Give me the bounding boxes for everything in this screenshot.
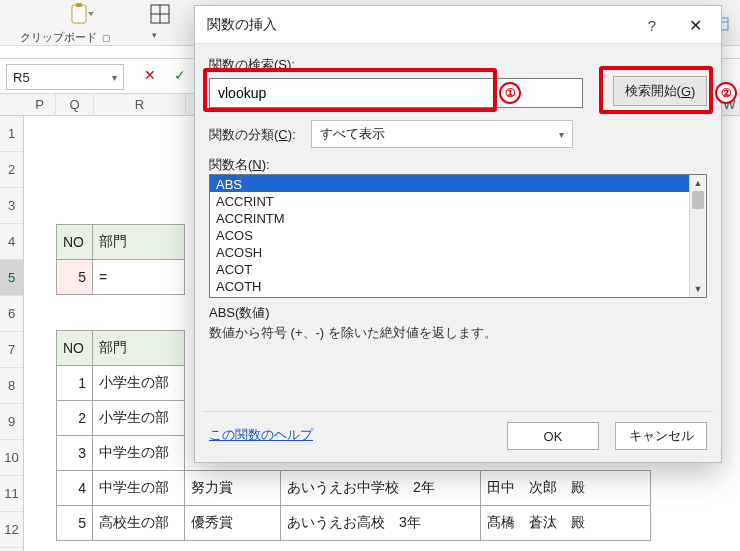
- category-value: すべて表示: [320, 125, 385, 143]
- clipboard-launcher-icon[interactable]: ▢: [102, 33, 111, 43]
- accept-formula-icon[interactable]: ✓: [170, 65, 190, 85]
- list-item[interactable]: ABS: [210, 175, 706, 192]
- table-header[interactable]: 部門: [93, 331, 185, 366]
- scroll-thumb[interactable]: [692, 191, 704, 209]
- row-header[interactable]: 11: [0, 476, 23, 512]
- svg-rect-0: [72, 5, 86, 23]
- cell-formula-active[interactable]: =: [93, 260, 185, 295]
- col-header-R[interactable]: R: [94, 94, 186, 116]
- annotation-marker-1: ①: [499, 82, 521, 104]
- paste-icon[interactable]: [70, 2, 96, 26]
- table-header[interactable]: 部門: [93, 225, 185, 260]
- row-headers[interactable]: 1 2 3 4 5 6 7 8 9 10 11 12: [0, 116, 24, 551]
- search-label: 関数の検索(S):: [209, 56, 295, 74]
- clipboard-group-label: クリップボード ▢: [20, 30, 111, 45]
- col-header-Q[interactable]: Q: [56, 94, 94, 116]
- ok-button[interactable]: OK: [507, 422, 599, 450]
- table-header[interactable]: NO: [57, 225, 93, 260]
- scroll-up-icon[interactable]: ▲: [690, 175, 706, 191]
- row-header[interactable]: 6: [0, 296, 23, 332]
- row-header[interactable]: 1: [0, 116, 23, 152]
- function-help-link[interactable]: この関数のヘルプ: [209, 426, 313, 444]
- cell-no[interactable]: 5: [57, 260, 93, 295]
- function-list-label: 関数名(N):: [209, 156, 270, 174]
- row-header[interactable]: 3: [0, 188, 23, 224]
- cancel-button[interactable]: キャンセル: [615, 422, 707, 450]
- chevron-down-icon: ▾: [152, 30, 157, 40]
- function-listbox[interactable]: ABS ACCRINT ACCRINTM ACOS ACOSH ACOT ACO…: [209, 174, 707, 298]
- col-header-P[interactable]: P: [24, 94, 56, 116]
- list-item[interactable]: ACCRINTM: [210, 209, 706, 226]
- name-box[interactable]: R5 ▾: [6, 64, 124, 90]
- function-signature: ABS(数値): [209, 304, 270, 322]
- scrollbar[interactable]: ▲ ▼: [689, 175, 706, 297]
- list-item[interactable]: ACOT: [210, 260, 706, 277]
- table-row: 4 中学生の部 努力賞 あいうえお中学校 2年 田中 次郎 殿: [57, 471, 651, 506]
- function-description: 数値から符号 (+、-) を除いた絶対値を返します。: [209, 324, 707, 342]
- cancel-formula-icon[interactable]: ✕: [140, 65, 160, 85]
- borders-button[interactable]: ▾: [150, 4, 174, 42]
- table-row: 5 高校生の部 優秀賞 あいうえお高校 3年 髙橋 蒼汰 殿: [57, 506, 651, 541]
- search-go-button[interactable]: 検索開始(G): [613, 76, 707, 106]
- list-item[interactable]: ACCRINT: [210, 192, 706, 209]
- row-header[interactable]: 7: [0, 332, 23, 368]
- upper-table: NO 部門 5 =: [56, 224, 185, 295]
- row-header[interactable]: 12: [0, 512, 23, 548]
- list-item[interactable]: ACOTH: [210, 277, 706, 294]
- row-header[interactable]: 4: [0, 224, 23, 260]
- svg-rect-1: [76, 3, 82, 7]
- scroll-down-icon[interactable]: ▼: [690, 281, 706, 297]
- row-header[interactable]: 8: [0, 368, 23, 404]
- function-search-input[interactable]: [209, 78, 583, 108]
- row-header-selected[interactable]: 5: [0, 260, 23, 296]
- row-header[interactable]: 10: [0, 440, 23, 476]
- dialog-separator: [203, 411, 713, 412]
- row-header[interactable]: 9: [0, 404, 23, 440]
- row-header[interactable]: 2: [0, 152, 23, 188]
- list-item[interactable]: ACOSH: [210, 243, 706, 260]
- chevron-down-icon[interactable]: ▾: [112, 72, 117, 83]
- close-icon[interactable]: ✕: [675, 10, 715, 40]
- name-box-value: R5: [13, 70, 30, 85]
- category-label: 関数の分類(C):: [209, 126, 296, 144]
- annotation-marker-2: ②: [715, 82, 737, 104]
- table-header[interactable]: NO: [57, 331, 93, 366]
- chevron-down-icon: ▾: [559, 129, 564, 140]
- list-item[interactable]: ACOS: [210, 226, 706, 243]
- insert-function-dialog: 関数の挿入 ? ✕ 関数の検索(S): 検索開始(G) ① ② 関数の分類(C)…: [194, 5, 722, 463]
- category-select[interactable]: すべて表示 ▾: [311, 120, 573, 148]
- dialog-help-icon[interactable]: ?: [637, 10, 667, 40]
